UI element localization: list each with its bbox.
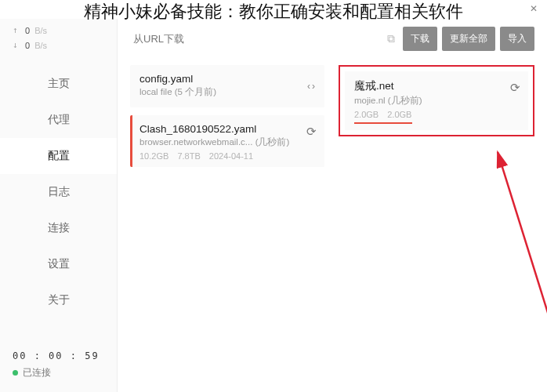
update-all-button[interactable]: 更新全部 [442, 27, 495, 51]
profile-swap-icon[interactable]: ‹› [307, 81, 317, 92]
download-speed-unit: B/s [34, 41, 47, 50]
profile-meta: 2.0GB 2.0GB [354, 110, 519, 119]
page-title-overlay: 精神小妹必备技能：教你正确安装和配置相关软件 [84, 0, 463, 24]
status-dot-icon [13, 370, 18, 376]
download-button[interactable]: 下载 [403, 27, 437, 51]
speed-indicator: ↑ 0 B/s ↓ 0 B/s [0, 19, 117, 66]
profile-title: config.yaml [139, 73, 315, 85]
status-label: 已连接 [23, 366, 51, 379]
upload-speed-value: 0 [25, 26, 30, 35]
profile-card-mojie[interactable]: 魔戒.net mojie.nl (几秒前) 2.0GB 2.0GB ⟳ [345, 71, 528, 130]
nav-log[interactable]: 日志 [0, 174, 117, 210]
profile-title: 魔戒.net [354, 79, 519, 93]
nav-settings[interactable]: 设置 [0, 246, 117, 282]
download-arrow-icon: ↓ [13, 40, 20, 50]
nav-home[interactable]: 主页 [0, 66, 117, 102]
profile-subtitle: mojie.nl (几秒前) [354, 95, 519, 107]
profile-subtitle: local file (5 个月前) [139, 86, 315, 98]
download-speed-value: 0 [25, 41, 30, 50]
nav-config[interactable]: 配置 [0, 138, 117, 174]
refresh-icon[interactable]: ⟳ [306, 125, 317, 139]
sidebar-footer: 00 : 00 : 59 已连接 [0, 341, 117, 392]
annotation-arrow [423, 144, 547, 348]
profile-subtitle: browser.networkwebmail.c... (几秒前) [139, 136, 315, 148]
upload-arrow-icon: ↑ [13, 25, 20, 35]
usage-progress-bar [354, 122, 412, 124]
window-close-button[interactable]: ✕ [525, 2, 542, 16]
nav-about[interactable]: 关于 [0, 282, 117, 318]
nav-conn[interactable]: 连接 [0, 210, 117, 246]
connection-timer: 00 : 00 : 59 [13, 350, 104, 361]
profile-card-clash[interactable]: Clash_1680190522.yaml browser.networkweb… [130, 115, 324, 167]
sidebar-nav: 主页 代理 配置 日志 连接 设置 关于 [0, 66, 117, 341]
copy-icon[interactable]: ⧉ [384, 29, 398, 49]
profiles-column-left: config.yaml local file (5 个月前) ‹› Clash_… [130, 65, 324, 175]
url-toolbar: ⧉ 下载 更新全部 导入 [130, 27, 534, 51]
profile-card-config[interactable]: config.yaml local file (5 个月前) ‹› [130, 65, 324, 107]
url-input[interactable] [130, 27, 379, 51]
nav-proxy[interactable]: 代理 [0, 102, 117, 138]
profiles-area: config.yaml local file (5 个月前) ‹› Clash_… [130, 65, 534, 175]
profile-title: Clash_1680190522.yaml [139, 123, 315, 135]
main-content: ⧉ 下载 更新全部 导入 config.yaml local file (5 个… [118, 19, 547, 392]
app-root: ↑ 0 B/s ↓ 0 B/s 主页 代理 配置 日志 连接 设置 关于 00 … [0, 0, 547, 392]
import-button[interactable]: 导入 [500, 27, 534, 51]
upload-speed-unit: B/s [34, 26, 47, 35]
profile-meta: 10.2GB 7.8TB 2024-04-11 [139, 151, 315, 161]
svg-line-0 [498, 152, 547, 340]
sidebar: ↑ 0 B/s ↓ 0 B/s 主页 代理 配置 日志 连接 设置 关于 00 … [0, 19, 118, 392]
connection-status: 已连接 [13, 366, 104, 379]
refresh-icon[interactable]: ⟳ [510, 81, 520, 95]
profile-highlight-frame: 魔戒.net mojie.nl (几秒前) 2.0GB 2.0GB ⟳ [339, 65, 534, 136]
